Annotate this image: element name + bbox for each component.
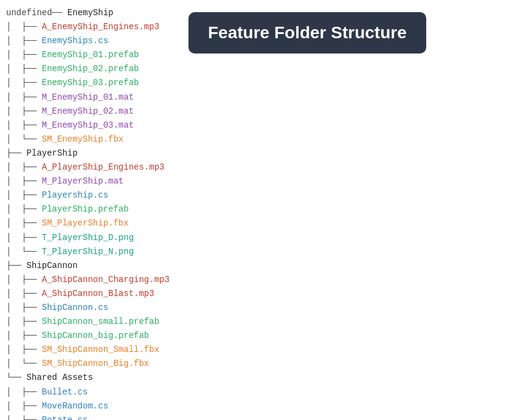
tree-prefix: ├── — [6, 259, 27, 273]
file-item: │ ├── M_EnemyShip_02.mat — [6, 105, 255, 119]
tree-item-name: T_PlayerShip_N.png — [42, 245, 134, 259]
folder-item: └── Shared Assets — [6, 371, 255, 385]
tree-item-name: M_EnemyShip_03.mat — [42, 119, 134, 133]
tree-item-name: PlayerShip — [27, 146, 78, 160]
file-item: │ ├── ShipCannon_small.prefab — [6, 315, 255, 329]
tree-item-name: EnemyShip_02.prefab — [42, 62, 139, 76]
file-item: │ ├── SM_PlayerShip.fbx — [6, 216, 255, 230]
tree-prefix: │ ├── — [6, 315, 42, 329]
file-item: │ ├── ShipCannon.cs — [6, 301, 255, 315]
tree-prefix: │ ├── — [6, 174, 42, 188]
tree-prefix: ├── — [6, 146, 27, 160]
tree-prefix: │ └── — [6, 413, 42, 420]
folder-item: ├── PlayerShip — [6, 146, 255, 160]
tree-prefix: │ ├── — [6, 202, 42, 216]
file-item: │ ├── Bullet.cs — [6, 385, 255, 399]
folder-item: ├── ShipCannon — [6, 259, 255, 273]
tree-prefix: │ ├── — [6, 301, 42, 315]
file-item: │ └── SM_EnemyShip.fbx — [6, 133, 255, 146]
file-item: │ ├── PlayerShip.prefab — [6, 202, 255, 216]
tree-prefix: │ ├── — [6, 231, 42, 245]
tree-prefix: │ ├── — [6, 76, 42, 90]
file-item: │ ├── MoveRandom.cs — [6, 399, 255, 413]
file-item: │ ├── A_ShipCannon_Charging.mp3 — [6, 273, 255, 287]
tree-item-name: M_PlayerShip.mat — [42, 174, 123, 188]
title-box: Feature Folder Structure — [188, 12, 426, 53]
file-item: │ └── Rotate.cs — [6, 413, 255, 420]
tree-item-name: EnemyShip — [67, 6, 114, 20]
tree-prefix: │ ├── — [6, 119, 42, 133]
tree-item-name: Shared Assets — [27, 371, 93, 385]
tree-item-name: EnemyShip_01.prefab — [42, 48, 139, 62]
tree-prefix: │ ├── — [6, 329, 42, 343]
tree-prefix: │ ├── — [6, 62, 42, 76]
tree-prefix: │ ├── — [6, 48, 42, 62]
tree-item-name: SM_PlayerShip.fbx — [42, 216, 129, 230]
tree-item-name: A_EnemyShip_Engines.mp3 — [42, 20, 159, 34]
tree-prefix: │ └── — [6, 357, 42, 371]
tree-item-name: ShipCannon.cs — [42, 301, 108, 315]
file-item: │ ├── T_PlayerShip_D.png — [6, 231, 255, 245]
tree-item-name: A_ShipCannon_Blast.mp3 — [42, 287, 154, 301]
tree-item-name: Bullet.cs — [42, 385, 88, 399]
tree-item-name: ShipCannon_big.prefab — [42, 329, 149, 343]
tree-item-name: M_EnemyShip_02.mat — [42, 105, 134, 119]
tree-item-name: MoveRandom.cs — [42, 399, 108, 413]
tree-item-name: EnemyShips.cs — [42, 34, 108, 48]
file-item: │ └── SM_ShipCannon_Big.fbx — [6, 357, 255, 371]
tree-prefix: │ ├── — [6, 287, 42, 301]
tree-panel: undefined── EnemyShip│ ├── A_EnemyShip_E… — [0, 0, 261, 420]
tree-prefix: │ ├── — [6, 216, 42, 230]
tree-prefix: undefined── — [6, 6, 67, 20]
tree-item-name: Rotate.cs — [42, 413, 88, 420]
file-item: │ ├── Playership.cs — [6, 188, 255, 202]
file-item: │ ├── SM_ShipCannon_Small.fbx — [6, 343, 255, 357]
tree-prefix: │ ├── — [6, 105, 42, 119]
tree-item-name: A_ShipCannon_Charging.mp3 — [42, 273, 170, 287]
tree-prefix: └── — [6, 371, 27, 385]
file-item: │ ├── A_ShipCannon_Blast.mp3 — [6, 287, 255, 301]
tree-item-name: ShipCannon_small.prefab — [42, 315, 159, 329]
file-item: │ ├── A_PlayerShip_Engines.mp3 — [6, 160, 255, 174]
tree-item-name: SM_EnemyShip.fbx — [42, 133, 123, 146]
tree-prefix: │ ├── — [6, 343, 42, 357]
tree-item-name: EnemyShip_03.prefab — [42, 76, 139, 90]
tree-prefix: │ ├── — [6, 273, 42, 287]
tree-prefix: │ └── — [6, 245, 42, 259]
file-item: │ ├── M_PlayerShip.mat — [6, 174, 255, 188]
file-item: │ ├── M_EnemyShip_03.mat — [6, 119, 255, 133]
tree-prefix: │ └── — [6, 133, 42, 146]
tree-item-name: A_PlayerShip_Engines.mp3 — [42, 160, 165, 174]
tree-prefix: │ ├── — [6, 160, 42, 174]
file-item: │ ├── ShipCannon_big.prefab — [6, 329, 255, 343]
file-item: │ ├── EnemyShip_03.prefab — [6, 76, 255, 90]
tree-item-name: T_PlayerShip_D.png — [42, 231, 134, 245]
tree-item-name: SM_ShipCannon_Big.fbx — [42, 357, 149, 371]
tree-prefix: │ ├── — [6, 34, 42, 48]
tree-item-name: PlayerShip.prefab — [42, 202, 129, 216]
file-item: │ ├── EnemyShip_02.prefab — [6, 62, 255, 76]
tree-item-name: M_EnemyShip_01.mat — [42, 91, 134, 105]
tree-item-name: Playership.cs — [42, 188, 108, 202]
tree-prefix: │ ├── — [6, 399, 42, 413]
tree-prefix: │ ├── — [6, 385, 42, 399]
tree-item-name: SM_ShipCannon_Small.fbx — [42, 343, 159, 357]
tree-prefix: │ ├── — [6, 188, 42, 202]
file-item: │ └── T_PlayerShip_N.png — [6, 245, 255, 259]
tree-prefix: │ ├── — [6, 20, 42, 34]
tree-item-name: ShipCannon — [27, 259, 78, 273]
tree-prefix: │ ├── — [6, 91, 42, 105]
main-container: undefined── EnemyShip│ ├── A_EnemyShip_E… — [0, 0, 515, 420]
file-item: │ ├── M_EnemyShip_01.mat — [6, 91, 255, 105]
